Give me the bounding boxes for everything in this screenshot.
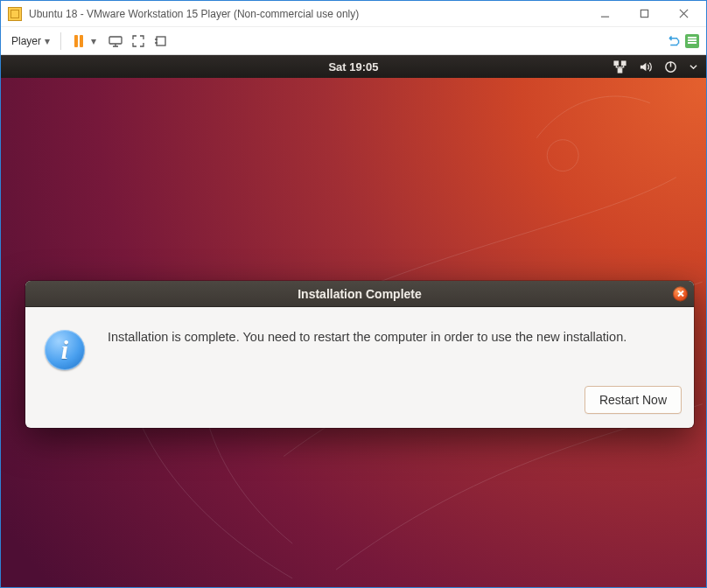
dialog-titlebar[interactable]: Installation Complete (25, 281, 694, 307)
chevron-down-icon (690, 63, 697, 71)
svg-rect-1 (640, 10, 648, 17)
send-ctrl-alt-del-button[interactable] (105, 31, 126, 52)
network-icon (613, 60, 626, 74)
enter-fullscreen-button[interactable] (128, 31, 149, 52)
gnome-status-area[interactable] (613, 55, 697, 78)
gnome-clock[interactable]: Sat 19:05 (328, 60, 378, 74)
vmware-app-icon (8, 7, 22, 21)
svg-rect-8 (621, 60, 626, 65)
installation-complete-dialog: Installation Complete i Installation is … (25, 281, 694, 428)
close-button[interactable] (664, 2, 704, 26)
fullscreen-icon (131, 34, 145, 48)
svg-rect-7 (614, 60, 619, 65)
dialog-close-button[interactable] (673, 286, 688, 301)
svg-rect-5 (157, 37, 165, 46)
svg-rect-4 (109, 37, 122, 44)
info-icon: i (45, 330, 85, 370)
keyboard-send-icon (108, 34, 122, 48)
pause-icon (74, 35, 83, 47)
restart-now-button[interactable]: Restart Now (584, 386, 682, 414)
dialog-message: Installation is complete. You need to re… (108, 330, 626, 344)
enter-unity-button[interactable] (150, 31, 172, 52)
volume-icon (639, 60, 652, 74)
vmware-titlebar: Ubuntu 18 - VMware Workstation 15 Player… (1, 1, 706, 27)
minimize-button[interactable] (585, 2, 625, 26)
vmware-window-title: Ubuntu 18 - VMware Workstation 15 Player… (29, 8, 359, 20)
message-log-button[interactable] (685, 34, 699, 48)
chevron-down-icon: ▾ (45, 35, 50, 47)
suspend-button[interactable] (68, 31, 89, 52)
unity-mode-icon (154, 34, 168, 48)
cycle-multiple-monitors-button[interactable]: ⮌ (668, 34, 680, 48)
guest-viewport: Sat 19:05 Installation Complete i Instal… (1, 55, 706, 587)
chevron-down-icon[interactable]: ▾ (91, 35, 96, 47)
player-menu[interactable]: Player ▾ (8, 33, 53, 49)
cycle-icon: ⮌ (668, 34, 680, 48)
player-menu-label: Player (11, 35, 41, 47)
gnome-top-bar: Sat 19:05 (1, 55, 706, 78)
power-icon (664, 60, 677, 74)
dialog-title: Installation Complete (298, 287, 422, 301)
close-icon (677, 290, 684, 298)
vmware-toolbar: Player ▾ ▾ ⮌ (1, 27, 706, 55)
maximize-button[interactable] (625, 2, 664, 26)
svg-rect-9 (618, 68, 622, 73)
svg-point-6 (547, 140, 578, 172)
toolbar-separator (60, 32, 61, 50)
